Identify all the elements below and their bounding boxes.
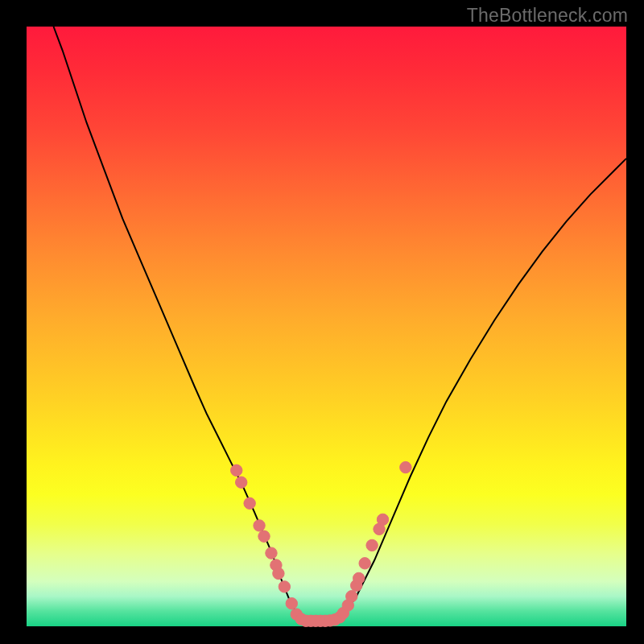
data-marker: [286, 597, 297, 609]
data-marker: [254, 520, 265, 531]
data-marker: [359, 558, 370, 569]
watermark-text: TheBottleneck.com: [467, 5, 628, 27]
data-marker: [266, 547, 277, 559]
data-marker: [244, 497, 255, 509]
data-marker: [273, 568, 284, 579]
data-marker: [231, 464, 242, 476]
data-marker: [346, 591, 357, 602]
data-marker: [236, 477, 247, 488]
markers-group: [231, 461, 411, 626]
chart-svg: [27, 27, 626, 626]
curve-line: [54, 27, 626, 621]
data-marker: [258, 530, 270, 542]
data-marker: [279, 581, 290, 592]
data-marker: [366, 539, 378, 551]
data-marker: [377, 514, 388, 525]
data-marker: [353, 572, 365, 584]
chart-frame: TheBottleneck.com: [0, 0, 644, 644]
data-marker: [400, 461, 411, 473]
plot-area: [27, 27, 626, 626]
